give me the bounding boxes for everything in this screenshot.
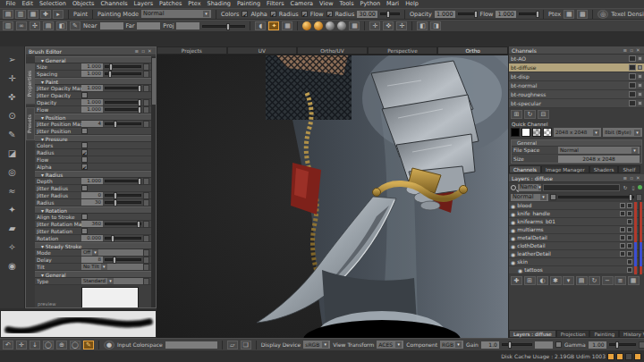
import-icon[interactable]: ✚ [40, 10, 51, 19]
value-field[interactable]: 4 [81, 121, 103, 127]
flat-lighting-icon[interactable] [302, 21, 311, 30]
reset-box[interactable] [143, 63, 149, 71]
pages-icon[interactable]: ▥ [3, 21, 13, 30]
menu-painting[interactable]: Painting [233, 0, 263, 8]
paint-buffer-icon[interactable]: ▱ [227, 341, 238, 349]
focus-icon[interactable]: ⊕ [56, 341, 67, 349]
visibility-eye-icon[interactable]: ◉ [511, 203, 515, 209]
value-field[interactable]: 1.000 [81, 85, 103, 91]
warp-tool[interactable]: ✜ [2, 88, 23, 106]
clone-tool[interactable]: ◎ [2, 163, 23, 181]
eyedropper-tool[interactable]: ◉ [2, 257, 23, 275]
gain-field[interactable]: 1.0 [481, 341, 499, 349]
value-field[interactable]: 1.000 [81, 178, 103, 184]
slider-handle[interactable] [109, 63, 113, 71]
transfer-layer-icon[interactable]: ↻ [589, 276, 600, 285]
menu-objects[interactable]: Objects [69, 0, 97, 8]
scrollbar-segment[interactable] [639, 202, 642, 210]
viewport-tab-ortho[interactable]: Ortho [437, 46, 508, 55]
mirror-x-icon[interactable]: ◧ [417, 21, 428, 30]
brush-stroke-preview[interactable] [0, 310, 157, 338]
row-slider[interactable] [105, 108, 141, 111]
row-slider[interactable] [105, 194, 141, 197]
full-lighting-icon[interactable] [326, 21, 335, 30]
tab-image-manager[interactable]: Image Manager [541, 165, 589, 173]
vector-tool[interactable]: ✧ [2, 238, 23, 257]
close-icon[interactable]: ✕ [634, 175, 641, 181]
layers-stack-icon[interactable]: ▤ [43, 21, 54, 30]
visibility-eye-icon[interactable]: ◉ [511, 259, 515, 265]
menu-patches[interactable]: Patches [157, 0, 185, 8]
add-group-icon[interactable]: ⊞ [524, 276, 536, 285]
close-icon[interactable]: ✕ [634, 47, 641, 53]
row-slider[interactable] [105, 72, 141, 75]
row-checkbox[interactable] [81, 142, 88, 148]
symmetry-icon[interactable]: ✣ [30, 21, 40, 30]
mirror-y-icon[interactable]: ◨ [430, 21, 441, 30]
menu-ptex[interactable]: Ptex [185, 0, 204, 8]
scrollbar-segment[interactable] [639, 210, 642, 218]
channel-item-bt-specular[interactable]: bt-specular [509, 99, 644, 108]
slider-handle[interactable] [386, 11, 390, 18]
scrollbar-segment[interactable] [639, 242, 642, 250]
remove-channel-icon[interactable]: ⊟ [538, 110, 549, 119]
slider-handle[interactable] [615, 341, 619, 349]
layer-item-metalDetail[interactable]: ◉metalDetail [509, 234, 644, 242]
slider-handle[interactable] [474, 11, 478, 18]
slider-handle[interactable] [114, 199, 117, 206]
section-header-radius[interactable]: ▾ Radius [35, 171, 151, 178]
palette-float-icon[interactable]: ▫ [140, 48, 147, 54]
layer-item-multiarms[interactable]: ◉multiarms [509, 226, 644, 234]
view-transform-select[interactable]: ACES ▾ [377, 341, 403, 349]
size-value[interactable]: 2048 x 2048 [558, 156, 640, 163]
tab-projection[interactable]: Projection [556, 330, 590, 338]
section-header-position[interactable]: ▾ Position [35, 114, 151, 121]
open-project-icon[interactable]: ▥ [15, 10, 26, 19]
visibility-eye-icon[interactable]: ◉ [518, 267, 522, 274]
white-swatch[interactable] [521, 128, 530, 137]
visibility-eye-icon[interactable]: ◉ [511, 251, 515, 257]
shadow-lighting-icon[interactable] [337, 21, 346, 30]
layer-item-clothDetail[interactable]: ◉clothDetail [509, 242, 644, 250]
reset-box[interactable] [143, 71, 149, 78]
paint-tool[interactable]: ✎ [2, 125, 23, 144]
clip-slider[interactable] [202, 25, 245, 28]
visibility-eye-icon[interactable]: ◉ [511, 219, 515, 225]
scrollbar-segment[interactable] [639, 266, 642, 274]
add-adjustment-icon[interactable]: ◐ [537, 276, 548, 285]
section-header-rotation[interactable]: ▾ Rotation [35, 206, 151, 214]
painting-mode-select[interactable]: Normal ▾ [141, 10, 211, 18]
row-checkbox[interactable] [81, 185, 88, 191]
viewport-tab-ortho-uv[interactable]: Ortho/UV [297, 46, 368, 55]
slider-handle[interactable] [111, 235, 114, 242]
checkbox-colors[interactable]: ✔ [242, 11, 248, 17]
axis-y-icon[interactable]: ✜ [383, 21, 394, 30]
viewport-tab-perspective[interactable]: Perspective [368, 46, 438, 55]
radius-field[interactable]: 30.00 [357, 11, 377, 18]
scrollbar-segment[interactable] [639, 250, 642, 258]
trash-icon[interactable]: ▯ [631, 185, 636, 190]
palette-menu-icon[interactable]: ≡ [622, 47, 629, 53]
pan-icon[interactable]: ✛ [16, 341, 27, 349]
opacity-endbox[interactable] [636, 194, 642, 201]
menu-file[interactable]: File [3, 0, 19, 8]
new-project-icon[interactable]: ▤ [3, 10, 13, 19]
reset-box[interactable] [143, 85, 149, 92]
slider-handle[interactable] [629, 194, 632, 201]
slider-handle[interactable] [226, 23, 230, 30]
menu-filters[interactable]: Filters [264, 0, 287, 8]
scrollbar-thumb[interactable] [152, 58, 156, 105]
reset-box[interactable] [143, 278, 149, 285]
section-header-pressure[interactable]: ▾ Pressure [35, 135, 151, 142]
channel-item-bt-AO[interactable]: bt-AO [509, 55, 644, 63]
menu-layers[interactable]: Layers [131, 0, 157, 8]
orbit-icon[interactable]: ◯ [43, 341, 54, 349]
row-checkbox[interactable] [81, 128, 88, 134]
checkbox-alpha[interactable]: ✔ [270, 11, 276, 17]
visibility-eye-icon[interactable]: ◉ [511, 227, 515, 233]
row-slider[interactable] [105, 201, 141, 204]
palette-menu-icon[interactable]: ≡ [622, 175, 629, 181]
tab-history-view[interactable]: History View [619, 330, 644, 338]
file-space-select[interactable]: Normal ▾ [558, 147, 640, 154]
layer-search-input[interactable] [543, 184, 620, 191]
